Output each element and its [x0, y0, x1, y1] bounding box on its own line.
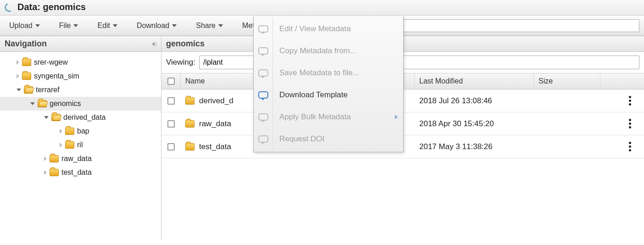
collapse-panel-button[interactable] [152, 42, 156, 46]
tree-node-derived-data[interactable]: derived_data [0, 111, 161, 124]
column-header-modified[interactable]: Last Modified [415, 73, 534, 89]
comment-icon [258, 91, 268, 99]
column-header-size[interactable]: Size [534, 73, 600, 89]
tree-label: test_data [61, 168, 92, 177]
tree-label: derived_data [63, 113, 106, 122]
content-title: genomics [166, 39, 205, 49]
row-checkbox[interactable] [161, 97, 181, 105]
comment-icon [258, 25, 268, 33]
row-checkbox[interactable] [161, 143, 181, 150]
tree-node-test-data[interactable]: test_data [0, 166, 161, 179]
expand-icon[interactable] [44, 156, 47, 161]
tree-label: bap [77, 127, 89, 135]
collapse-icon[interactable] [44, 116, 49, 119]
title-bar: Data: genomics [0, 0, 644, 16]
kebab-icon [629, 96, 631, 106]
collapse-icon[interactable] [30, 102, 35, 105]
download-menu-button[interactable]: Download [132, 19, 181, 33]
tree-node-srer-wgew[interactable]: srer-wgew [0, 56, 161, 69]
folder-tree: srer-wgew syngenta_sim terraref genomics [0, 52, 161, 183]
expand-icon[interactable] [17, 60, 19, 65]
tree-label: srer-wgew [34, 58, 68, 67]
tree-label: raw_data [61, 155, 92, 163]
checkbox-icon [167, 97, 175, 105]
viewing-label: Viewing: [166, 58, 195, 67]
upload-menu-button[interactable]: Upload [5, 19, 44, 33]
select-all-checkbox[interactable] [161, 73, 181, 89]
expand-icon[interactable] [60, 143, 62, 147]
navigation-header: Navigation [0, 36, 161, 52]
tree-node-syngenta-sim[interactable]: syngenta_sim [0, 69, 161, 83]
menu-item-apply-bulk-metadata: Apply Bulk Metadata [254, 106, 403, 128]
expand-icon[interactable] [44, 170, 47, 175]
kebab-icon [629, 142, 631, 151]
row-modified-cell: 2017 May 3 11:38:26 [415, 142, 534, 151]
file-menu-button[interactable]: File [55, 19, 83, 33]
row-name: raw_data [199, 119, 231, 128]
chevron-down-icon [113, 24, 117, 27]
menu-item-edit-metadata: Edit / View Metadata [254, 18, 403, 40]
folder-icon [185, 143, 194, 150]
share-menu-button[interactable]: Share [191, 19, 228, 33]
tree-label: terraref [36, 86, 60, 94]
chevron-down-icon [218, 24, 223, 27]
tree-label: syngenta_sim [34, 72, 79, 80]
expand-icon[interactable] [60, 129, 62, 134]
row-actions-button[interactable] [600, 119, 644, 128]
tree-node-bap[interactable]: bap [0, 124, 161, 138]
row-modified-cell: 2018 Apr 30 15:45:20 [415, 119, 534, 128]
collapse-icon[interactable] [17, 89, 21, 91]
chevron-left-icon [152, 42, 155, 46]
chevron-right-icon [395, 115, 398, 119]
chevron-down-icon [73, 24, 78, 27]
folder-open-icon [38, 100, 47, 107]
folder-open-icon [51, 114, 61, 121]
folder-icon [185, 120, 194, 128]
edit-menu-button[interactable]: Edit [93, 19, 122, 33]
row-actions-button[interactable] [600, 142, 644, 151]
checkbox-icon [167, 78, 175, 85]
navigation-panel: Navigation srer-wgew syngenta_sim terrar… [0, 36, 161, 239]
comment-icon [258, 47, 268, 55]
metadata-dropdown-menu: Edit / View Metadata Copy Metadata from.… [253, 16, 404, 152]
folder-icon [50, 169, 59, 176]
column-header-actions [600, 73, 644, 89]
folder-icon [185, 97, 194, 105]
menu-item-request-doi: Request DOI [254, 128, 403, 150]
handle-icon [155, 42, 156, 46]
folder-icon [65, 141, 74, 149]
folder-icon [22, 59, 31, 66]
tree-label: genomics [50, 100, 81, 108]
kebab-icon [629, 119, 631, 128]
file-label: File [59, 22, 71, 30]
tree-node-terraref[interactable]: terraref [0, 83, 161, 97]
edit-label: Edit [97, 22, 110, 30]
window-title: Data: genomics [17, 2, 86, 12]
expand-icon[interactable] [17, 74, 19, 78]
upload-label: Upload [9, 22, 33, 30]
comment-icon [258, 135, 268, 143]
row-name: derived_d [199, 96, 233, 106]
chevron-down-icon [35, 24, 40, 27]
tree-label: ril [77, 141, 83, 149]
share-label: Share [196, 22, 216, 30]
row-checkbox[interactable] [161, 120, 181, 128]
content-panel: genomics Viewing: Name Last Modified Siz… [161, 36, 644, 239]
row-actions-button[interactable] [600, 96, 644, 106]
menu-item-download-template[interactable]: Download Template [254, 84, 403, 106]
folder-icon [22, 72, 31, 80]
tree-node-raw-data[interactable]: raw_data [0, 152, 161, 166]
tree-node-genomics[interactable]: genomics [0, 97, 161, 111]
checkbox-icon [167, 120, 175, 128]
app-logo-icon [3, 1, 15, 13]
folder-icon [65, 128, 74, 135]
menu-item-save-metadata: Save Metadata to file... [254, 62, 403, 84]
navigation-title: Navigation [5, 39, 47, 49]
tree-node-ril[interactable]: ril [0, 138, 161, 152]
menu-item-copy-metadata: Copy Metadata from... [254, 40, 403, 62]
folder-open-icon [24, 86, 33, 94]
comment-icon [258, 69, 268, 77]
download-label: Download [137, 22, 169, 30]
comment-icon [258, 113, 268, 121]
row-name: test_data [199, 142, 231, 151]
